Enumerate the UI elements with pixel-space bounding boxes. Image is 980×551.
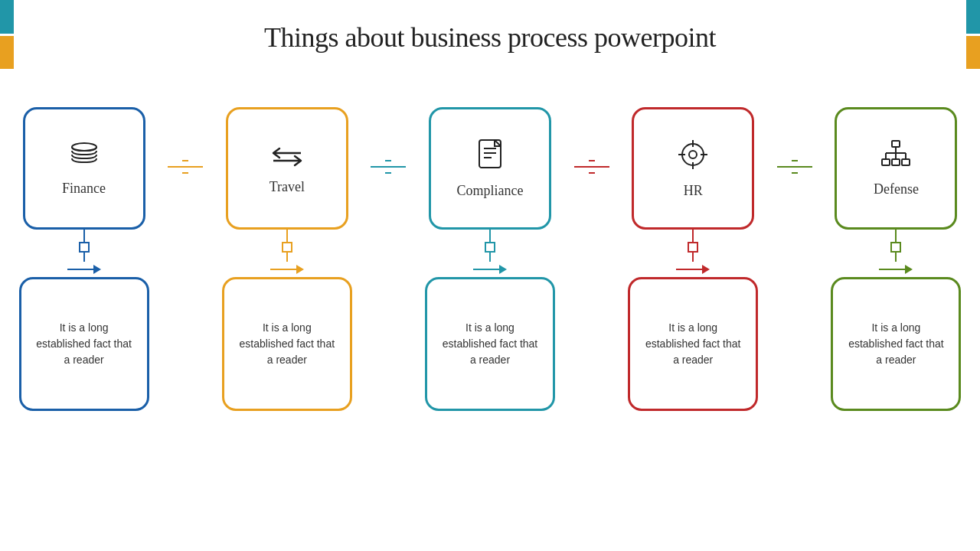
- hr-icon: [677, 139, 709, 175]
- hr-label: HR: [684, 183, 703, 199]
- compliance-hconnector: [473, 262, 507, 277]
- travel-vline-top: [286, 230, 288, 242]
- compliance-description: It is a long established fact that a rea…: [438, 320, 542, 368]
- svg-rect-21: [892, 159, 900, 165]
- finance-vline-bottom: [83, 253, 85, 262]
- finance-vline-top: [83, 230, 85, 242]
- defense-hconnector: [879, 262, 913, 277]
- bottom-box-hr: It is a long established fact that a rea…: [628, 277, 758, 411]
- compliance-vline-top: [489, 230, 491, 242]
- travel-vline-bottom: [286, 253, 288, 262]
- hr-hline: [676, 269, 703, 270]
- travel-hline: [270, 269, 297, 270]
- compliance-arrow: [499, 265, 507, 274]
- process-item-compliance: Compliance It is a long established fact…: [412, 107, 567, 411]
- defense-arrow: [905, 265, 913, 274]
- finance-label: Finance: [62, 181, 106, 197]
- finance-connector: [67, 230, 101, 277]
- compliance-label: Compliance: [457, 183, 524, 199]
- svg-point-9: [689, 151, 697, 158]
- svg-rect-22: [902, 159, 910, 165]
- hr-connector: [676, 230, 710, 277]
- finance-arrow: [93, 265, 101, 274]
- hr-hconnector: [676, 262, 710, 277]
- connector-bracket-2: [385, 160, 391, 174]
- hr-vline-top: [692, 230, 694, 242]
- connector-finance-travel: [168, 166, 203, 168]
- connector-bracket-4: [792, 160, 798, 174]
- travel-hconnector: [270, 262, 304, 277]
- defense-icon: [880, 140, 912, 174]
- bottom-box-compliance: It is a long established fact that a rea…: [425, 277, 555, 411]
- top-box-hr: HR: [632, 107, 754, 230]
- travel-connector: [270, 230, 304, 277]
- corner-accent-left: [0, 0, 14, 69]
- finance-square: [79, 242, 90, 253]
- travel-arrow: [296, 265, 304, 274]
- process-item-hr: HR It is a long established fact that a …: [616, 107, 771, 411]
- top-box-travel: Travel: [226, 107, 348, 230]
- connector-bracket-1: [182, 160, 188, 174]
- top-box-compliance: Compliance: [429, 107, 551, 230]
- hr-square: [688, 242, 698, 253]
- defense-square: [890, 242, 901, 253]
- defense-vline-bottom: [895, 253, 897, 262]
- compliance-icon: [476, 139, 504, 175]
- compliance-hline: [473, 269, 500, 270]
- compliance-square: [485, 242, 495, 253]
- svg-point-8: [682, 144, 704, 165]
- process-flow: Finance It is a long established fact th…: [0, 107, 980, 411]
- defense-vline-top: [895, 230, 897, 242]
- travel-label: Travel: [270, 179, 305, 195]
- connector-travel-compliance: [371, 166, 406, 168]
- travel-icon: [270, 142, 304, 171]
- finance-hline: [67, 269, 94, 270]
- defense-description: It is a long established fact that a rea…: [844, 320, 948, 368]
- bottom-box-travel: It is a long established fact that a rea…: [222, 277, 352, 411]
- finance-hconnector: [67, 262, 101, 277]
- finance-description: It is a long established fact that a rea…: [32, 320, 136, 368]
- travel-square: [282, 242, 292, 253]
- svg-rect-20: [882, 159, 890, 165]
- compliance-connector: [473, 230, 507, 277]
- process-item-defense: Defense It is a long established fact th…: [818, 107, 974, 411]
- top-box-defense: Defense: [835, 107, 957, 230]
- top-box-finance: Finance: [23, 107, 145, 230]
- page-title: Things about business process powerpoint: [0, 0, 980, 61]
- svg-rect-14: [892, 141, 900, 147]
- defense-hline: [879, 269, 906, 270]
- corner-accent-right: [966, 0, 980, 69]
- bottom-box-defense: It is a long established fact that a rea…: [831, 277, 961, 411]
- connector-hr-defense: [777, 166, 812, 168]
- compliance-vline-bottom: [489, 253, 491, 262]
- hr-vline-bottom: [692, 253, 694, 262]
- finance-icon: [67, 141, 101, 173]
- bottom-box-finance: It is a long established fact that a rea…: [19, 277, 149, 411]
- connector-bracket-3: [589, 160, 595, 174]
- defense-connector: [879, 230, 913, 277]
- process-item-finance: Finance It is a long established fact th…: [6, 107, 162, 411]
- hr-description: It is a long established fact that a rea…: [641, 320, 745, 368]
- process-item-travel: Travel It is a long established fact tha…: [209, 107, 364, 411]
- connector-compliance-hr: [574, 166, 609, 168]
- defense-label: Defense: [874, 181, 919, 197]
- travel-description: It is a long established fact that a rea…: [235, 320, 339, 368]
- hr-arrow: [702, 265, 710, 274]
